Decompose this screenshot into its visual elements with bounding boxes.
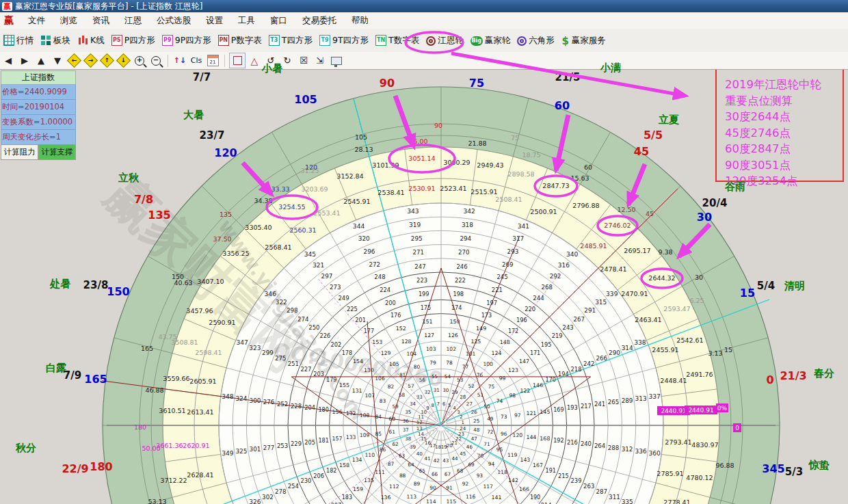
svg-text:5/3: 5/3 bbox=[785, 466, 803, 478]
toolbar-button-江恩轮[interactable]: 江恩轮 bbox=[426, 35, 464, 47]
toolbar-button-T四方形[interactable]: T3T四方形 bbox=[269, 35, 313, 47]
time-scale-button[interactable]: ↑↓ bbox=[172, 53, 187, 68]
svg-text:200: 200 bbox=[385, 300, 396, 306]
svg-text:198: 198 bbox=[453, 291, 464, 297]
svg-text:5/4: 5/4 bbox=[757, 280, 775, 292]
menu-设置[interactable]: 设置 bbox=[198, 15, 230, 27]
toolbar-button-9P四方形[interactable]: P99P四方形 bbox=[162, 35, 211, 47]
square-tool-button[interactable] bbox=[229, 53, 246, 68]
menu-浏览[interactable]: 浏览 bbox=[53, 15, 85, 27]
svg-text:6.25: 6.25 bbox=[689, 297, 704, 304]
svg-text:134: 134 bbox=[352, 457, 362, 463]
toolbar-button-T数字表[interactable]: TNT数字表 bbox=[375, 35, 419, 47]
toolbar-button-六角形[interactable]: 六角形 bbox=[517, 35, 555, 47]
svg-text:10: 10 bbox=[421, 410, 427, 415]
svg-text:293: 293 bbox=[507, 248, 519, 255]
calendar-button[interactable]: 21 bbox=[205, 53, 220, 68]
svg-text:11: 11 bbox=[418, 414, 424, 420]
watermarks: 赢家财富网www.yingjia360.comQQ:100800360 bbox=[94, 164, 444, 425]
svg-text:125: 125 bbox=[471, 339, 481, 345]
calc-support-button[interactable]: 计算支撑 bbox=[38, 145, 76, 160]
svg-text:324: 324 bbox=[235, 395, 247, 402]
toolbar-label: 行情 bbox=[16, 35, 34, 47]
cls-button[interactable]: Cls bbox=[189, 53, 204, 68]
svg-text:31: 31 bbox=[434, 387, 440, 393]
fit-button[interactable]: ⇲ bbox=[313, 53, 328, 68]
step-down-button[interactable]: ▼ bbox=[50, 53, 65, 68]
svg-text:2440.91: 2440.91 bbox=[661, 408, 686, 414]
clear-button[interactable]: ☒ bbox=[296, 53, 311, 68]
svg-text:141: 141 bbox=[492, 494, 502, 501]
shift-right-button[interactable]: → bbox=[83, 53, 98, 68]
next-button[interactable]: ▶ bbox=[17, 53, 32, 68]
shift-up-button[interactable]: ↑ bbox=[99, 53, 114, 68]
svg-text:144: 144 bbox=[526, 434, 536, 440]
toolbar-button-P四方形[interactable]: PSP四方形 bbox=[111, 35, 155, 47]
menu-工具[interactable]: 工具 bbox=[230, 15, 263, 27]
menu-公式选股[interactable]: 公式选股 bbox=[149, 15, 198, 27]
menu-文件[interactable]: 文件 bbox=[21, 15, 53, 27]
toolbar-button-9T四方形[interactable]: T99T四方形 bbox=[319, 35, 369, 47]
svg-text:287: 287 bbox=[596, 488, 607, 495]
kline-icon bbox=[77, 35, 88, 46]
step-up-button[interactable]: ▲ bbox=[34, 53, 49, 68]
svg-text:2523.41: 2523.41 bbox=[440, 185, 466, 192]
svg-text:www.yingjia360.com: www.yingjia360.com bbox=[213, 215, 370, 425]
svg-text:158: 158 bbox=[339, 462, 349, 468]
svg-text:131: 131 bbox=[352, 388, 362, 394]
svg-text:177: 177 bbox=[364, 328, 374, 334]
toolbar-label: 9T四方形 bbox=[332, 35, 369, 47]
svg-text:294: 294 bbox=[460, 235, 471, 242]
calc-resistance-button[interactable]: 计算阻力 bbox=[1, 145, 38, 160]
menu-江恩[interactable]: 江恩 bbox=[117, 15, 149, 27]
svg-text:95: 95 bbox=[496, 447, 503, 453]
svg-text:26: 26 bbox=[471, 409, 478, 415]
triangle-tool-button[interactable]: △ bbox=[247, 53, 262, 68]
svg-text:128: 128 bbox=[401, 339, 412, 345]
shift-left-button[interactable]: ← bbox=[66, 53, 81, 68]
zoom-out-button[interactable]: − bbox=[148, 53, 163, 68]
svg-text:33: 33 bbox=[416, 394, 423, 400]
grid-icon bbox=[3, 35, 14, 46]
menu-帮助[interactable]: 帮助 bbox=[344, 15, 376, 27]
fullscreen-button[interactable] bbox=[329, 53, 344, 68]
svg-text:296: 296 bbox=[364, 248, 375, 255]
rotate-ccw-button[interactable]: ↺ bbox=[263, 53, 278, 68]
zoom-in-button[interactable]: + bbox=[132, 53, 147, 68]
svg-text:341: 341 bbox=[518, 223, 529, 230]
toolbar-label: 板块 bbox=[53, 35, 70, 47]
svg-text:317: 317 bbox=[512, 235, 524, 242]
toolbar-button-P数字表[interactable]: PNP数字表 bbox=[218, 35, 262, 47]
menu-资讯[interactable]: 资讯 bbox=[85, 15, 117, 27]
menu-交易委托[interactable]: 交易委托 bbox=[295, 15, 344, 27]
rotate-cw-button[interactable]: ↻ bbox=[280, 53, 295, 68]
index-info-panel: 上证指数 价格=2440.9099时间=20190104变换系数=1.00000… bbox=[1, 70, 76, 160]
svg-text:220: 220 bbox=[525, 306, 535, 313]
menu-窗口[interactable]: 窗口 bbox=[263, 15, 295, 27]
toolbar-button-赢家服务[interactable]: $赢家服务 bbox=[561, 35, 606, 47]
svg-text:3000.29: 3000.29 bbox=[443, 159, 470, 166]
svg-text:2785.91: 2785.91 bbox=[657, 470, 683, 477]
shift-down-button[interactable]: ↓ bbox=[116, 53, 131, 68]
toolbar-button-行情[interactable]: 行情 bbox=[3, 35, 34, 47]
svg-text:2778.41: 2778.41 bbox=[663, 499, 690, 504]
svg-text:217: 217 bbox=[581, 403, 592, 410]
svg-text:90: 90 bbox=[380, 77, 395, 90]
svg-text:21: 21 bbox=[451, 440, 458, 446]
t3-badge-icon: T3 bbox=[269, 35, 280, 46]
prev-button[interactable]: ◀ bbox=[1, 53, 16, 68]
svg-text:206: 206 bbox=[313, 473, 324, 479]
svg-text:169: 169 bbox=[553, 407, 564, 413]
svg-text:6: 6 bbox=[442, 401, 446, 407]
toolbar-button-K线[interactable]: K线 bbox=[77, 35, 105, 47]
svg-text:171: 171 bbox=[530, 350, 540, 356]
svg-text:69: 69 bbox=[468, 462, 475, 468]
svg-text:103: 103 bbox=[426, 346, 436, 352]
svg-text:150: 150 bbox=[449, 319, 460, 325]
svg-text:345: 345 bbox=[762, 462, 784, 475]
toolbar-button-板块[interactable]: 板块 bbox=[40, 35, 70, 47]
svg-text:2515.91: 2515.91 bbox=[471, 188, 497, 196]
toolbar-label: T数字表 bbox=[388, 35, 419, 47]
square-icon bbox=[233, 56, 242, 65]
toolbar-button-赢家轮[interactable]: Big赢家轮 bbox=[471, 35, 511, 47]
